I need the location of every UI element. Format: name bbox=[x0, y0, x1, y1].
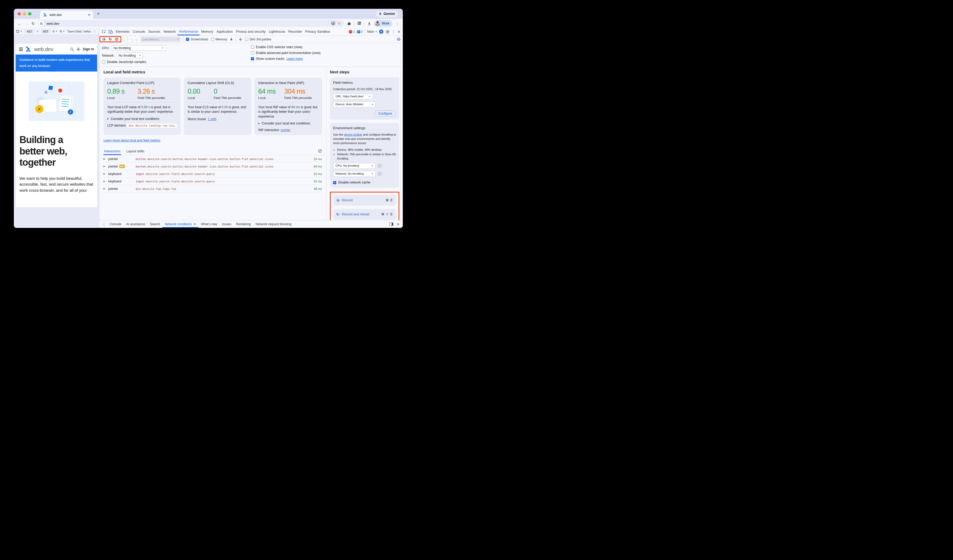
inspect-element-icon[interactable] bbox=[101, 28, 107, 36]
profile-chip[interactable]: Work bbox=[374, 20, 393, 27]
expand-row-icon[interactable]: ▶ bbox=[104, 180, 106, 183]
learn-more-link[interactable]: Learn more bbox=[286, 57, 303, 60]
lcp-element-selector[interactable]: div.devsite-landing-row-ite… bbox=[127, 124, 177, 128]
inp-interaction-link[interactable]: pointer bbox=[281, 128, 290, 132]
tab-performance[interactable]: Performance bbox=[177, 28, 200, 36]
back-button[interactable]: ← bbox=[17, 22, 22, 26]
record-and-reload-button[interactable]: ↻ Record and reload ⌘ ⇧ E bbox=[333, 209, 396, 220]
close-drawer-icon[interactable]: ✕ bbox=[397, 222, 400, 226]
record-button[interactable]: Record ⌘ E bbox=[333, 195, 396, 206]
new-tab-button[interactable]: + bbox=[97, 11, 100, 17]
tab-lighthouse[interactable]: Lighthouse bbox=[267, 28, 287, 36]
network-info-icon[interactable]: i bbox=[378, 172, 381, 175]
sign-in-button[interactable]: Sign in bbox=[83, 47, 94, 51]
tab-elements[interactable]: Elements bbox=[114, 28, 131, 36]
tab-network[interactable]: Network bbox=[162, 28, 177, 36]
env-cpu-select[interactable]: CPU: No throttling▼ bbox=[333, 163, 376, 169]
expand-row-icon[interactable]: ▶ bbox=[104, 158, 106, 160]
minimize-window-button[interactable] bbox=[23, 12, 26, 15]
drawer-tab-whats-new[interactable]: What's new bbox=[199, 220, 220, 228]
site-settings-icon[interactable] bbox=[39, 21, 44, 26]
zoom-window-button[interactable] bbox=[28, 12, 31, 15]
device-select[interactable]: ▼ bbox=[16, 30, 22, 33]
clear-log-icon[interactable] bbox=[318, 149, 322, 153]
reload-button[interactable]: ↻ bbox=[31, 22, 35, 26]
field-device-select[interactable]: Device: Auto (Mobile)▼ bbox=[333, 102, 376, 107]
drawer-tab-rendering[interactable]: Rendering bbox=[234, 220, 253, 228]
tab-privacy-security[interactable]: Privacy and security bbox=[234, 28, 267, 36]
drawer-tab-network-conditions[interactable]: Network conditions✕ bbox=[162, 220, 198, 228]
drawer-tab-network-request-blocking[interactable]: Network request blocking bbox=[253, 220, 294, 228]
home-icon[interactable]: ⌂ bbox=[136, 37, 138, 41]
memory-checkbox[interactable]: Memory bbox=[211, 37, 227, 41]
extensions-icon[interactable] bbox=[347, 22, 351, 26]
error-badge[interactable]: ✕1 bbox=[349, 30, 355, 34]
split-panel-icon[interactable] bbox=[389, 223, 393, 226]
interaction-row[interactable]: ▶ keyboard input.devsite-search-field.de… bbox=[104, 178, 322, 185]
load-profile-icon[interactable]: ↑ bbox=[127, 37, 129, 41]
screenshots-checkbox[interactable]: Screenshots bbox=[186, 37, 208, 41]
viewport-width-input[interactable]: 412 bbox=[25, 29, 34, 34]
worst-cluster-link[interactable]: 1 shift bbox=[208, 117, 216, 121]
tab-layout-shifts[interactable]: Layout shifts bbox=[126, 148, 145, 155]
record-icon[interactable] bbox=[102, 38, 106, 41]
close-devtools-icon[interactable]: ✕ bbox=[397, 30, 400, 34]
tab-memory[interactable]: Memory bbox=[200, 28, 215, 36]
tab-privacy-sandbox[interactable]: Privacy Sandbox bbox=[304, 28, 332, 36]
drawer-menu-icon[interactable]: ⋮ bbox=[101, 220, 107, 228]
device-toolbar-menu-icon[interactable]: ⋮ bbox=[93, 29, 96, 33]
clear-icon[interactable] bbox=[115, 37, 118, 41]
expand-row-icon[interactable]: ▶ bbox=[104, 173, 106, 175]
omnibox[interactable]: web.dev ☆ bbox=[38, 20, 344, 27]
zoom-select[interactable]: 8▼ bbox=[53, 30, 57, 33]
configure-button[interactable]: Configure bbox=[374, 110, 396, 117]
tab-interactions[interactable]: Interactions bbox=[104, 148, 121, 155]
record-reload-icon[interactable]: ↻ bbox=[109, 37, 112, 41]
search-icon[interactable] bbox=[70, 47, 74, 51]
throttle-select[interactable]: N▼ bbox=[60, 30, 65, 33]
browser-tab[interactable]: web.dev ✕ bbox=[40, 11, 93, 19]
save-profile-icon[interactable]: ↓ bbox=[131, 37, 133, 41]
close-drawer-tab-icon[interactable]: ✕ bbox=[193, 222, 196, 226]
tab-console[interactable]: Console bbox=[131, 28, 147, 36]
devtools-settings-gear-icon[interactable] bbox=[385, 30, 390, 34]
device-toolbar-link[interactable]: device toolbar bbox=[344, 133, 362, 136]
panel-settings-gear-icon[interactable] bbox=[397, 37, 400, 41]
lcp-test-conditions-expander[interactable]: ▶Consider your local test conditions bbox=[107, 117, 177, 121]
install-icon[interactable] bbox=[331, 22, 335, 25]
garbage-collect-icon[interactable] bbox=[230, 37, 233, 41]
tab-application[interactable]: Application bbox=[215, 28, 234, 36]
interaction-row[interactable]: ▶ pointerINP button.devsite-search-butto… bbox=[104, 163, 322, 170]
tab-recorder[interactable]: Recorder bbox=[287, 28, 304, 36]
expand-row-icon[interactable]: ▶ bbox=[104, 165, 106, 167]
context-select[interactable]: Main▼ bbox=[367, 30, 377, 34]
bookmark-star-icon[interactable]: ☆ bbox=[338, 21, 341, 26]
css-selector-stats-checkbox[interactable]: Enable CSS selector stats (slow) bbox=[251, 45, 400, 49]
disable-js-samples-checkbox[interactable]: Disable JavaScript samples bbox=[102, 60, 251, 64]
devtools-menu-icon[interactable]: ⋮ bbox=[392, 29, 395, 34]
device-toolbar-toggle-icon[interactable] bbox=[107, 28, 114, 36]
issues-badge[interactable]: 2 bbox=[357, 30, 363, 33]
close-window-button[interactable] bbox=[17, 12, 21, 15]
network-throttling-select[interactable]: No throttling▼ bbox=[116, 53, 143, 58]
viewport-height-input[interactable]: 823 bbox=[41, 29, 50, 34]
interaction-row[interactable]: ▶ pointer button.devsite-search-button.d… bbox=[104, 155, 322, 163]
interaction-row[interactable]: ▶ pointer div.devsite-top-logo-row 48 ms bbox=[104, 185, 322, 192]
cpu-info-icon[interactable]: i bbox=[378, 164, 381, 167]
learn-more-metrics-link[interactable]: Learn more about local and field metrics bbox=[104, 139, 160, 142]
ai-assistance-icon[interactable] bbox=[379, 29, 383, 34]
dim-3rd-parties-checkbox[interactable]: Dim 3rd parties bbox=[245, 37, 271, 41]
forward-button[interactable]: → bbox=[25, 22, 28, 26]
paint-instrumentation-checkbox[interactable]: Enable advanced paint instrumentation (s… bbox=[251, 51, 400, 55]
expand-row-icon[interactable]: ▶ bbox=[104, 187, 106, 190]
custom-tracks-checkbox[interactable] bbox=[251, 57, 254, 60]
close-tab-icon[interactable]: ✕ bbox=[88, 13, 90, 17]
drawer-tab-console[interactable]: Console bbox=[107, 220, 124, 228]
drawer-tab-search[interactable]: Search bbox=[147, 220, 162, 228]
theme-toggle-icon[interactable] bbox=[76, 47, 80, 51]
field-url-select[interactable]: URL: https://web.dev/▼ bbox=[333, 94, 373, 99]
collapse-icon[interactable] bbox=[239, 37, 242, 41]
drawer-tab-issues[interactable]: Issues bbox=[220, 220, 234, 228]
disable-network-cache-checkbox[interactable]: Disable network cache bbox=[333, 180, 396, 185]
env-network-select[interactable]: Network: No throttling▼ bbox=[333, 171, 376, 177]
